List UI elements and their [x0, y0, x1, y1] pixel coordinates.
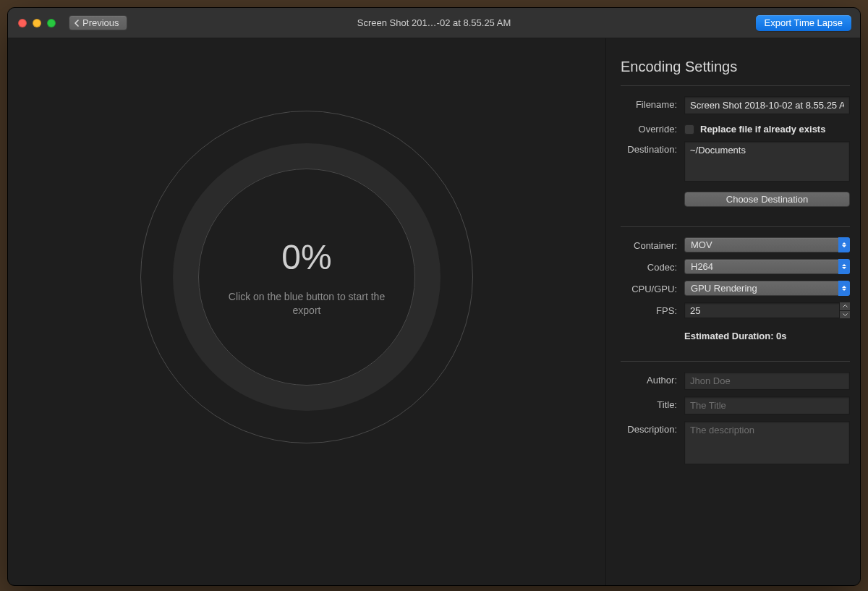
- title-row: Title:: [621, 396, 850, 414]
- override-row: Override: Replace file if already exists: [621, 121, 850, 135]
- previous-button-label: Previous: [82, 17, 119, 28]
- title-bar: Previous Screen Shot 201…-02 at 8.55.25 …: [8, 8, 860, 38]
- cpugpu-row: CPU/GPU: GPU Rendering: [621, 281, 850, 296]
- codec-select[interactable]: H264: [684, 259, 850, 274]
- filename-label: Filename:: [621, 96, 684, 110]
- title-input[interactable]: [684, 396, 850, 414]
- app-window: Previous Screen Shot 201…-02 at 8.55.25 …: [7, 7, 861, 586]
- container-label: Container:: [621, 237, 684, 251]
- filename-row: Filename:: [621, 96, 850, 114]
- divider: [621, 361, 850, 362]
- description-input[interactable]: [684, 421, 850, 464]
- fps-row: FPS:: [621, 302, 850, 318]
- fps-step-down-button[interactable]: [840, 311, 850, 319]
- close-window-button[interactable]: [18, 19, 27, 27]
- window-body: 0% Click on the blue button to start the…: [8, 38, 860, 585]
- divider: [621, 85, 850, 86]
- author-input[interactable]: [684, 372, 850, 390]
- container-row: Container: MOV: [621, 237, 850, 252]
- codec-row: Codec: H264: [621, 259, 850, 274]
- main-panel: 0% Click on the blue button to start the…: [8, 38, 605, 585]
- description-label: Description:: [621, 421, 684, 435]
- override-label: Override:: [621, 121, 684, 135]
- estimated-duration-row: Estimated Duration: 0s: [621, 325, 850, 341]
- title-label: Title:: [621, 396, 684, 410]
- override-checkbox[interactable]: [684, 124, 694, 135]
- fps-step-up-button[interactable]: [840, 302, 850, 311]
- override-checkbox-label: Replace file if already exists: [700, 124, 825, 135]
- progress-ring-inner: [198, 169, 415, 386]
- filename-input[interactable]: [684, 96, 850, 114]
- author-label: Author:: [621, 372, 684, 386]
- choose-destination-button[interactable]: Choose Destination: [684, 192, 850, 207]
- destination-row: Destination: Choose Destination: [621, 141, 850, 207]
- window-title: Screen Shot 201…-02 at 8.55.25 AM: [8, 17, 860, 28]
- cpugpu-label: CPU/GPU:: [621, 281, 684, 294]
- previous-button[interactable]: Previous: [69, 15, 127, 30]
- destination-label: Destination:: [621, 141, 684, 155]
- cpugpu-select[interactable]: GPU Rendering: [684, 281, 850, 296]
- sidebar-heading: Encoding Settings: [621, 59, 850, 75]
- estimated-duration: Estimated Duration: 0s: [684, 331, 850, 341]
- codec-label: Codec:: [621, 259, 684, 273]
- container-select[interactable]: MOV: [684, 237, 850, 252]
- author-row: Author:: [621, 372, 850, 390]
- description-row: Description:: [621, 421, 850, 467]
- chevron-left-icon: [74, 20, 79, 27]
- encoding-settings-sidebar: Encoding Settings Filename: Override: Re…: [605, 38, 860, 585]
- traffic-lights: [8, 19, 56, 27]
- minimize-window-button[interactable]: [33, 19, 41, 27]
- progress-circle: 0% Click on the blue button to start the…: [140, 111, 473, 443]
- fps-stepper: [839, 302, 850, 318]
- maximize-window-button[interactable]: [47, 19, 56, 27]
- fps-input[interactable]: [684, 302, 850, 318]
- destination-input[interactable]: [684, 141, 850, 182]
- fps-label: FPS:: [621, 302, 684, 316]
- divider: [621, 226, 850, 227]
- export-time-lapse-button[interactable]: Export Time Lapse: [756, 15, 851, 31]
